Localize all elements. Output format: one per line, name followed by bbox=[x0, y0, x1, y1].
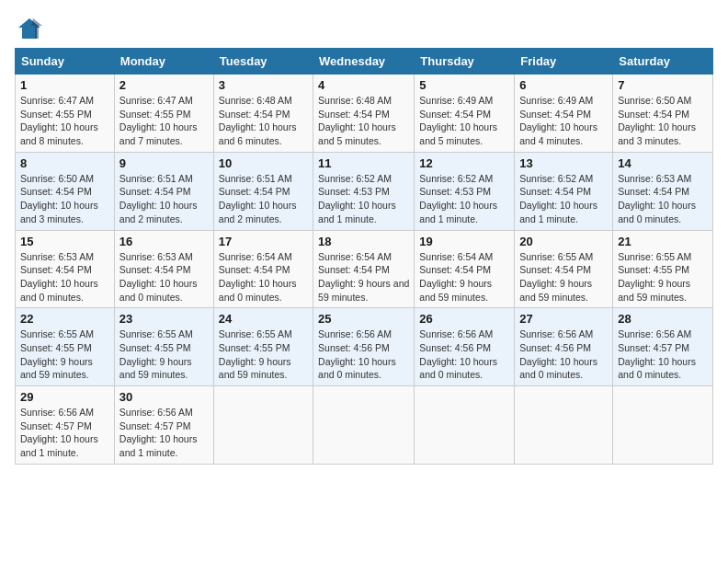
day-number: 20 bbox=[519, 235, 608, 248]
day-number: 16 bbox=[119, 235, 209, 248]
day-number: 4 bbox=[318, 78, 409, 92]
day-detail: Sunrise: 6:55 AMSunset: 4:55 PMDaylight:… bbox=[618, 250, 708, 304]
calendar-header-tuesday: Tuesday bbox=[213, 49, 313, 75]
day-number: 25 bbox=[318, 312, 409, 326]
calendar-cell: 14Sunrise: 6:53 AMSunset: 4:54 PMDayligh… bbox=[613, 152, 713, 230]
calendar-cell: 6Sunrise: 6:49 AMSunset: 4:54 PMDaylight… bbox=[515, 75, 613, 153]
day-number: 12 bbox=[419, 156, 509, 170]
calendar-cell: 15Sunrise: 6:53 AMSunset: 4:54 PMDayligh… bbox=[16, 230, 115, 308]
calendar-header-thursday: Thursday bbox=[415, 49, 515, 75]
day-detail: Sunrise: 6:53 AMSunset: 4:54 PMDaylight:… bbox=[618, 172, 708, 226]
calendar-cell: 11Sunrise: 6:52 AMSunset: 4:53 PMDayligh… bbox=[313, 152, 415, 230]
calendar-cell: 7Sunrise: 6:50 AMSunset: 4:54 PMDaylight… bbox=[613, 75, 713, 153]
calendar-cell: 8Sunrise: 6:50 AMSunset: 4:54 PMDaylight… bbox=[16, 152, 115, 230]
day-detail: Sunrise: 6:56 AMSunset: 4:56 PMDaylight:… bbox=[318, 327, 409, 382]
day-detail: Sunrise: 6:50 AMSunset: 4:54 PMDaylight:… bbox=[20, 172, 109, 226]
day-number: 15 bbox=[20, 235, 109, 248]
day-detail: Sunrise: 6:50 AMSunset: 4:54 PMDaylight:… bbox=[618, 94, 708, 148]
day-detail: Sunrise: 6:56 AMSunset: 4:57 PMDaylight:… bbox=[618, 327, 708, 382]
day-detail: Sunrise: 6:55 AMSunset: 4:55 PMDaylight:… bbox=[20, 327, 109, 382]
calendar-cell: 20Sunrise: 6:55 AMSunset: 4:54 PMDayligh… bbox=[515, 230, 613, 308]
calendar-cell: 9Sunrise: 6:51 AMSunset: 4:54 PMDaylight… bbox=[114, 152, 213, 230]
calendar-cell bbox=[515, 386, 613, 465]
calendar-table: SundayMondayTuesdayWednesdayThursdayFrid… bbox=[15, 48, 713, 465]
day-detail: Sunrise: 6:56 AMSunset: 4:56 PMDaylight:… bbox=[519, 327, 608, 382]
day-number: 14 bbox=[618, 156, 708, 170]
calendar-cell bbox=[313, 386, 415, 465]
day-detail: Sunrise: 6:54 AMSunset: 4:54 PMDaylight:… bbox=[318, 250, 409, 304]
logo-icon bbox=[15, 15, 44, 40]
day-detail: Sunrise: 6:55 AMSunset: 4:54 PMDaylight:… bbox=[519, 250, 608, 304]
day-number: 17 bbox=[219, 235, 308, 248]
calendar-cell: 22Sunrise: 6:55 AMSunset: 4:55 PMDayligh… bbox=[16, 308, 115, 386]
day-detail: Sunrise: 6:52 AMSunset: 4:53 PMDaylight:… bbox=[318, 172, 409, 226]
day-number: 6 bbox=[519, 78, 608, 92]
day-number: 23 bbox=[119, 312, 209, 326]
day-detail: Sunrise: 6:56 AMSunset: 4:57 PMDaylight:… bbox=[119, 406, 209, 460]
calendar-cell: 4Sunrise: 6:48 AMSunset: 4:54 PMDaylight… bbox=[313, 75, 415, 153]
calendar-cell: 2Sunrise: 6:47 AMSunset: 4:55 PMDaylight… bbox=[114, 75, 213, 153]
calendar-cell bbox=[213, 386, 313, 465]
day-number: 11 bbox=[318, 156, 409, 170]
calendar-week-1: 1Sunrise: 6:47 AMSunset: 4:55 PMDaylight… bbox=[16, 75, 713, 153]
calendar-cell: 12Sunrise: 6:52 AMSunset: 4:53 PMDayligh… bbox=[415, 152, 515, 230]
calendar-cell: 30Sunrise: 6:56 AMSunset: 4:57 PMDayligh… bbox=[114, 386, 213, 465]
day-detail: Sunrise: 6:51 AMSunset: 4:54 PMDaylight:… bbox=[219, 172, 308, 226]
calendar-header-friday: Friday bbox=[515, 49, 613, 75]
calendar-header-wednesday: Wednesday bbox=[313, 49, 415, 75]
calendar-cell: 29Sunrise: 6:56 AMSunset: 4:57 PMDayligh… bbox=[16, 386, 115, 465]
calendar-header-monday: Monday bbox=[114, 49, 213, 75]
day-number: 19 bbox=[419, 235, 509, 248]
day-detail: Sunrise: 6:52 AMSunset: 4:54 PMDaylight:… bbox=[519, 172, 608, 226]
day-number: 27 bbox=[519, 312, 608, 326]
day-number: 3 bbox=[219, 78, 308, 92]
day-detail: Sunrise: 6:54 AMSunset: 4:54 PMDaylight:… bbox=[419, 250, 509, 304]
calendar-week-5: 29Sunrise: 6:56 AMSunset: 4:57 PMDayligh… bbox=[16, 386, 713, 465]
day-number: 24 bbox=[219, 312, 308, 326]
day-number: 10 bbox=[219, 156, 308, 170]
day-number: 29 bbox=[20, 390, 109, 404]
day-number: 30 bbox=[119, 390, 209, 404]
day-detail: Sunrise: 6:49 AMSunset: 4:54 PMDaylight:… bbox=[419, 94, 509, 148]
calendar-header-sunday: Sunday bbox=[16, 49, 115, 75]
calendar-cell: 1Sunrise: 6:47 AMSunset: 4:55 PMDaylight… bbox=[16, 75, 115, 153]
page-header bbox=[15, 15, 713, 40]
calendar-header-saturday: Saturday bbox=[613, 49, 713, 75]
logo bbox=[15, 15, 48, 40]
calendar-cell: 25Sunrise: 6:56 AMSunset: 4:56 PMDayligh… bbox=[313, 308, 415, 386]
day-number: 28 bbox=[618, 312, 708, 326]
calendar-week-4: 22Sunrise: 6:55 AMSunset: 4:55 PMDayligh… bbox=[16, 308, 713, 386]
day-detail: Sunrise: 6:48 AMSunset: 4:54 PMDaylight:… bbox=[219, 94, 308, 148]
day-number: 21 bbox=[618, 235, 708, 248]
calendar-cell: 23Sunrise: 6:55 AMSunset: 4:55 PMDayligh… bbox=[114, 308, 213, 386]
day-number: 7 bbox=[618, 78, 708, 92]
calendar-cell: 5Sunrise: 6:49 AMSunset: 4:54 PMDaylight… bbox=[415, 75, 515, 153]
day-number: 2 bbox=[119, 78, 209, 92]
calendar-week-3: 15Sunrise: 6:53 AMSunset: 4:54 PMDayligh… bbox=[16, 230, 713, 308]
day-detail: Sunrise: 6:54 AMSunset: 4:54 PMDaylight:… bbox=[219, 250, 308, 304]
calendar-cell: 18Sunrise: 6:54 AMSunset: 4:54 PMDayligh… bbox=[313, 230, 415, 308]
day-detail: Sunrise: 6:55 AMSunset: 4:55 PMDaylight:… bbox=[219, 327, 308, 382]
calendar-cell bbox=[415, 386, 515, 465]
calendar-body: 1Sunrise: 6:47 AMSunset: 4:55 PMDaylight… bbox=[16, 75, 713, 465]
calendar-cell: 3Sunrise: 6:48 AMSunset: 4:54 PMDaylight… bbox=[213, 75, 313, 153]
calendar-header-row: SundayMondayTuesdayWednesdayThursdayFrid… bbox=[16, 49, 713, 75]
day-number: 5 bbox=[419, 78, 509, 92]
day-number: 8 bbox=[20, 156, 109, 170]
calendar-week-2: 8Sunrise: 6:50 AMSunset: 4:54 PMDaylight… bbox=[16, 152, 713, 230]
day-detail: Sunrise: 6:52 AMSunset: 4:53 PMDaylight:… bbox=[419, 172, 509, 226]
calendar-cell: 26Sunrise: 6:56 AMSunset: 4:56 PMDayligh… bbox=[415, 308, 515, 386]
calendar-cell: 19Sunrise: 6:54 AMSunset: 4:54 PMDayligh… bbox=[415, 230, 515, 308]
calendar-cell: 10Sunrise: 6:51 AMSunset: 4:54 PMDayligh… bbox=[213, 152, 313, 230]
day-detail: Sunrise: 6:47 AMSunset: 4:55 PMDaylight:… bbox=[119, 94, 209, 148]
day-detail: Sunrise: 6:56 AMSunset: 4:57 PMDaylight:… bbox=[20, 406, 109, 460]
day-number: 26 bbox=[419, 312, 509, 326]
day-detail: Sunrise: 6:48 AMSunset: 4:54 PMDaylight:… bbox=[318, 94, 409, 148]
day-number: 22 bbox=[20, 312, 109, 326]
calendar-cell: 16Sunrise: 6:53 AMSunset: 4:54 PMDayligh… bbox=[114, 230, 213, 308]
day-number: 1 bbox=[20, 78, 109, 92]
day-detail: Sunrise: 6:47 AMSunset: 4:55 PMDaylight:… bbox=[20, 94, 109, 148]
day-detail: Sunrise: 6:56 AMSunset: 4:56 PMDaylight:… bbox=[419, 327, 509, 382]
day-detail: Sunrise: 6:51 AMSunset: 4:54 PMDaylight:… bbox=[119, 172, 209, 226]
day-detail: Sunrise: 6:53 AMSunset: 4:54 PMDaylight:… bbox=[20, 250, 109, 304]
